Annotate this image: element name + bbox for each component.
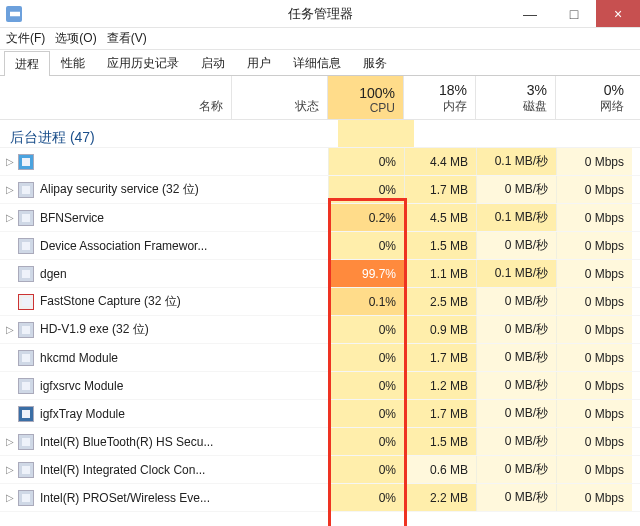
disk-cell: 0 MB/秒 — [476, 316, 556, 343]
cpu-cell: 0.1% — [328, 288, 404, 315]
net-cell: 0 Mbps — [556, 176, 632, 203]
column-cpu[interactable]: 100% CPU — [328, 76, 404, 119]
section-background-processes[interactable]: 后台进程 (47) — [0, 120, 640, 148]
expand-icon[interactable]: ▷ — [4, 492, 16, 503]
table-row[interactable]: ▷Intel(R) BlueTooth(R) HS Secu...0%1.5 M… — [0, 428, 640, 456]
mem-cell: 1.1 MB — [404, 260, 476, 287]
tab-1[interactable]: 性能 — [50, 50, 96, 75]
tab-6[interactable]: 服务 — [352, 50, 398, 75]
expand-icon[interactable]: ▷ — [4, 156, 16, 167]
section-label: 后台进程 (47) — [10, 129, 95, 145]
menu-file[interactable]: 文件(F) — [6, 30, 45, 47]
cpu-cell: 0% — [328, 176, 404, 203]
mem-cell: 1.7 MB — [404, 176, 476, 203]
table-row[interactable]: dgen99.7%1.1 MB0.1 MB/秒0 Mbps — [0, 260, 640, 288]
tab-4[interactable]: 用户 — [236, 50, 282, 75]
process-name: BFNService — [40, 211, 104, 225]
net-cell: 0 Mbps — [556, 428, 632, 455]
column-memory[interactable]: 18% 内存 — [404, 76, 476, 119]
cpu-cell: 0% — [328, 456, 404, 483]
menu-options[interactable]: 选项(O) — [55, 30, 96, 47]
process-list: 后台进程 (47) ▷0%4.4 MB0.1 MB/秒0 Mbps▷Alipay… — [0, 120, 640, 512]
table-row[interactable]: igfxTray Module0%1.7 MB0 MB/秒0 Mbps — [0, 400, 640, 428]
column-mem-label: 内存 — [408, 98, 467, 115]
minimize-button[interactable]: — — [508, 0, 552, 27]
table-row[interactable]: ▷BFNService0.2%4.5 MB0.1 MB/秒0 Mbps — [0, 204, 640, 232]
column-name[interactable]: 名称 — [0, 76, 232, 119]
table-row[interactable]: ▷Alipay security service (32 位)0%1.7 MB0… — [0, 176, 640, 204]
window-controls: — □ × — [508, 0, 640, 27]
mem-cell: 1.5 MB — [404, 232, 476, 259]
mem-cell: 4.4 MB — [404, 148, 476, 175]
table-row[interactable]: ▷Intel(R) PROSet/Wireless Eve...0%2.2 MB… — [0, 484, 640, 512]
table-row[interactable]: ▷Intel(R) Integrated Clock Con...0%0.6 M… — [0, 456, 640, 484]
process-icon — [18, 238, 34, 254]
table-row[interactable]: ▷HD-V1.9 exe (32 位)0%0.9 MB0 MB/秒0 Mbps — [0, 316, 640, 344]
column-cpu-label: CPU — [332, 101, 395, 115]
tab-5[interactable]: 详细信息 — [282, 50, 352, 75]
expand-icon[interactable]: ▷ — [4, 436, 16, 447]
tab-3[interactable]: 启动 — [190, 50, 236, 75]
mem-cell: 1.5 MB — [404, 428, 476, 455]
expand-icon[interactable]: ▷ — [4, 184, 16, 195]
disk-cell: 0 MB/秒 — [476, 344, 556, 371]
column-status[interactable]: 状态 — [232, 76, 328, 119]
process-icon — [18, 322, 34, 338]
maximize-button[interactable]: □ — [552, 0, 596, 27]
window-title: 任务管理器 — [288, 5, 353, 23]
expand-icon[interactable]: ▷ — [4, 464, 16, 475]
table-row[interactable]: hkcmd Module0%1.7 MB0 MB/秒0 Mbps — [0, 344, 640, 372]
table-header: 名称 状态 100% CPU 18% 内存 3% 磁盘 0% 网络 — [0, 76, 640, 120]
net-cell: 0 Mbps — [556, 400, 632, 427]
expand-icon[interactable]: ▷ — [4, 324, 16, 335]
process-name: Intel(R) PROSet/Wireless Eve... — [40, 491, 210, 505]
table-row[interactable]: Device Association Framewor...0%1.5 MB0 … — [0, 232, 640, 260]
column-disk-pct: 3% — [480, 82, 547, 98]
process-name: FastStone Capture (32 位) — [40, 293, 181, 310]
expand-icon[interactable]: ▷ — [4, 212, 16, 223]
net-cell: 0 Mbps — [556, 456, 632, 483]
column-network[interactable]: 0% 网络 — [556, 76, 632, 119]
mem-cell: 1.7 MB — [404, 344, 476, 371]
cpu-cell: 0% — [328, 344, 404, 371]
process-icon — [18, 294, 34, 310]
net-cell: 0 Mbps — [556, 288, 632, 315]
process-name: dgen — [40, 267, 67, 281]
process-icon — [18, 378, 34, 394]
net-cell: 0 Mbps — [556, 232, 632, 259]
disk-cell: 0.1 MB/秒 — [476, 148, 556, 175]
tab-2[interactable]: 应用历史记录 — [96, 50, 190, 75]
table-row[interactable]: FastStone Capture (32 位)0.1%2.5 MB0 MB/秒… — [0, 288, 640, 316]
tab-bar: 进程性能应用历史记录启动用户详细信息服务 — [0, 50, 640, 76]
disk-cell: 0 MB/秒 — [476, 484, 556, 511]
column-disk[interactable]: 3% 磁盘 — [476, 76, 556, 119]
process-name: HD-V1.9 exe (32 位) — [40, 321, 149, 338]
disk-cell: 0 MB/秒 — [476, 232, 556, 259]
app-icon — [6, 6, 22, 22]
table-row[interactable]: ▷0%4.4 MB0.1 MB/秒0 Mbps — [0, 148, 640, 176]
disk-cell: 0.1 MB/秒 — [476, 204, 556, 231]
menu-view[interactable]: 查看(V) — [107, 30, 147, 47]
net-cell: 0 Mbps — [556, 316, 632, 343]
cpu-cell: 0% — [328, 232, 404, 259]
column-mem-pct: 18% — [408, 82, 467, 98]
process-name: igfxsrvc Module — [40, 379, 123, 393]
process-icon — [18, 266, 34, 282]
column-net-pct: 0% — [560, 82, 624, 98]
cpu-cell: 0.2% — [328, 204, 404, 231]
close-button[interactable]: × — [596, 0, 640, 27]
process-icon — [18, 210, 34, 226]
net-cell: 0 Mbps — [556, 148, 632, 175]
process-icon — [18, 154, 34, 170]
process-icon — [18, 434, 34, 450]
column-net-label: 网络 — [560, 98, 624, 115]
disk-cell: 0 MB/秒 — [476, 400, 556, 427]
column-cpu-pct: 100% — [332, 85, 395, 101]
cpu-cell: 0% — [328, 148, 404, 175]
tab-0[interactable]: 进程 — [4, 51, 50, 76]
cpu-cell: 99.7% — [328, 260, 404, 287]
column-name-label: 名称 — [4, 98, 223, 115]
net-cell: 0 Mbps — [556, 372, 632, 399]
disk-cell: 0 MB/秒 — [476, 456, 556, 483]
table-row[interactable]: igfxsrvc Module0%1.2 MB0 MB/秒0 Mbps — [0, 372, 640, 400]
